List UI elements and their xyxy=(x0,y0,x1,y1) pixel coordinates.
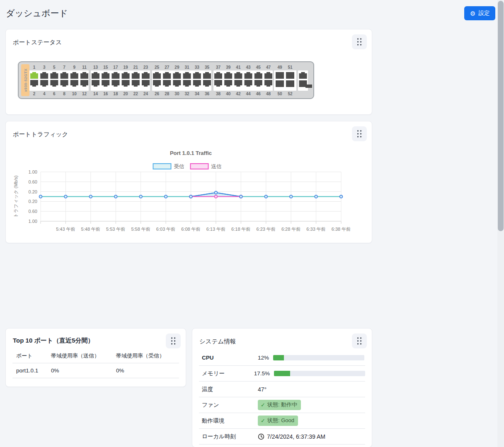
row-label: ファン xyxy=(199,401,258,409)
svg-text:トラフィック (Mb/s): トラフィック (Mb/s) xyxy=(13,176,18,218)
svg-text:5:53 午前: 5:53 午前 xyxy=(106,227,125,232)
table-row: port1.0.10%0% xyxy=(12,363,179,378)
drag-handle-system-info[interactable] xyxy=(352,333,367,348)
svg-text:2: 2 xyxy=(33,92,36,96)
top-ports-card: Top 10 ポート（直近5分間） ポート帯域使用率（送信）帯域使用率（受信）p… xyxy=(5,328,186,387)
local-time-text: 7/24/2024, 6:37:39 AM xyxy=(267,433,325,440)
svg-text:1: 1 xyxy=(33,65,36,70)
row-label: 温度 xyxy=(199,386,258,393)
port-49[interactable] xyxy=(276,72,284,79)
svg-text:16: 16 xyxy=(103,92,108,96)
status-badge: ✓状態: 動作中 xyxy=(258,400,301,410)
top-ports-card-title: Top 10 ポート（直近5分間） xyxy=(13,337,94,345)
port-51[interactable] xyxy=(286,72,294,79)
drag-handle-icon xyxy=(357,337,362,345)
svg-text:6:03 午前: 6:03 午前 xyxy=(156,227,175,232)
svg-text:15: 15 xyxy=(103,65,108,70)
svg-text:12: 12 xyxy=(82,92,87,96)
svg-text:17: 17 xyxy=(113,65,118,70)
svg-text:35: 35 xyxy=(205,65,210,70)
progress-bar-fill xyxy=(273,355,284,360)
svg-text:1.00: 1.00 xyxy=(29,169,37,174)
drag-handle-port-status[interactable] xyxy=(352,34,367,49)
svg-text:7: 7 xyxy=(63,65,65,70)
svg-text:14: 14 xyxy=(93,92,98,96)
svg-text:10: 10 xyxy=(72,92,77,96)
switch-front-panel: x930-52GTX123456789101112131415161718192… xyxy=(18,61,314,101)
svg-text:20: 20 xyxy=(124,92,128,96)
svg-text:38: 38 xyxy=(216,92,221,96)
drag-handle-top-ports[interactable] xyxy=(166,333,181,348)
svg-text:6:18 午前: 6:18 午前 xyxy=(231,227,250,232)
port-traffic-card: ポートトラフィック Port 1.0.1 Traffic受信送信1.000.60… xyxy=(5,121,372,243)
settings-button[interactable]: ⚙ 設定 xyxy=(464,6,495,20)
port-traffic-card-title: ポートトラフィック xyxy=(13,130,68,138)
svg-text:Port 1.0.1 Traffic: Port 1.0.1 Traffic xyxy=(170,150,212,156)
svg-text:x930-52GTX: x930-52GTX xyxy=(24,68,28,92)
row-label: 動作環境 xyxy=(199,417,258,425)
svg-text:44: 44 xyxy=(246,92,251,96)
page-title: ダッシュボード xyxy=(6,7,68,19)
drag-handle-icon xyxy=(171,337,176,345)
drag-handle-port-traffic[interactable] xyxy=(352,126,367,141)
system-info-row: メモリー17.5% xyxy=(199,366,365,382)
port-52[interactable] xyxy=(286,80,294,87)
svg-text:5:48 午前: 5:48 午前 xyxy=(81,227,100,232)
system-info-row: ファン✓状態: 動作中 xyxy=(199,397,365,413)
svg-text:受信: 受信 xyxy=(174,164,184,169)
svg-text:48: 48 xyxy=(266,92,271,96)
drag-handle-icon xyxy=(357,38,362,46)
check-icon: ✓ xyxy=(261,418,265,424)
port-50[interactable] xyxy=(276,80,284,87)
svg-text:5:43 午前: 5:43 午前 xyxy=(56,227,75,232)
svg-text:33: 33 xyxy=(195,65,200,70)
system-info-row: CPU12% xyxy=(199,350,365,366)
svg-text:49: 49 xyxy=(277,65,282,70)
svg-text:1.00: 1.00 xyxy=(29,219,37,224)
system-info-row: 動作環境✓状態: Good xyxy=(199,413,365,429)
svg-text:52: 52 xyxy=(288,92,293,96)
svg-text:24: 24 xyxy=(143,92,148,96)
svg-text:19: 19 xyxy=(124,65,128,70)
check-icon: ✓ xyxy=(261,402,265,408)
svg-text:23: 23 xyxy=(143,65,148,70)
svg-text:39: 39 xyxy=(226,65,231,70)
svg-text:50: 50 xyxy=(277,92,282,96)
svg-text:29: 29 xyxy=(174,65,179,70)
svg-text:31: 31 xyxy=(185,65,190,70)
svg-text:8: 8 xyxy=(63,92,65,96)
row-value: ✓状態: Good xyxy=(258,416,365,426)
port-status-card-title: ポートステータス xyxy=(13,39,62,46)
progress-value-text: 17.5% xyxy=(254,370,270,377)
progress-bar-fill xyxy=(274,371,290,376)
column-header: ポート xyxy=(12,352,51,360)
row-value: 7/24/2024, 6:37:39 AM xyxy=(258,433,365,440)
svg-text:6:38 午前: 6:38 午前 xyxy=(332,227,351,232)
svg-text:30: 30 xyxy=(174,92,179,96)
status-badge-text: 状態: Good xyxy=(267,417,294,424)
table-cell: 0% xyxy=(51,367,116,374)
svg-text:40: 40 xyxy=(226,92,231,96)
scrollbar-thumb[interactable] xyxy=(498,1,504,231)
progress-bar-track xyxy=(273,355,364,360)
svg-text:22: 22 xyxy=(133,92,138,96)
svg-text:0.60: 0.60 xyxy=(29,179,37,184)
row-label: メモリー xyxy=(199,370,254,377)
row-label: ローカル時刻 xyxy=(199,433,258,440)
svg-text:32: 32 xyxy=(185,92,190,96)
svg-text:6:13 午前: 6:13 午前 xyxy=(206,227,225,232)
row-label: CPU xyxy=(199,355,258,361)
svg-text:5:58 午前: 5:58 午前 xyxy=(131,227,150,232)
local-time-value: 7/24/2024, 6:37:39 AM xyxy=(258,433,325,440)
system-info-row: 温度47° xyxy=(199,382,365,397)
svg-text:6:28 午前: 6:28 午前 xyxy=(281,227,300,232)
scrollbar-track[interactable] xyxy=(497,0,504,447)
svg-text:9: 9 xyxy=(73,65,76,70)
svg-text:46: 46 xyxy=(256,92,261,96)
settings-button-label: 設定 xyxy=(478,10,489,17)
svg-text:51: 51 xyxy=(288,65,293,70)
progress-value-text: 12% xyxy=(258,355,269,361)
table-cell: port1.0.1 xyxy=(12,367,51,374)
svg-text:0.60: 0.60 xyxy=(29,209,37,214)
row-value: 12% xyxy=(258,355,365,361)
